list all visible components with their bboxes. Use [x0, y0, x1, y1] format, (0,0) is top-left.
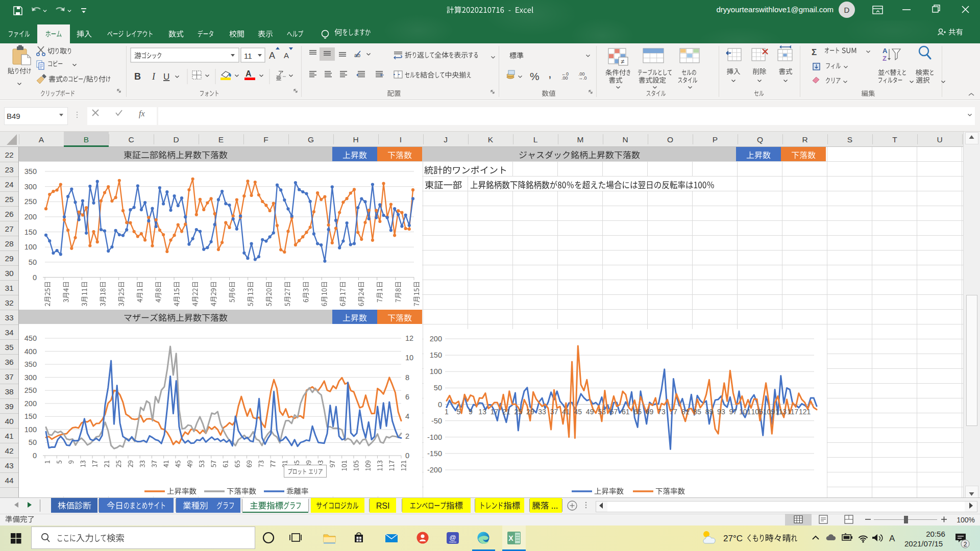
svg-text:89: 89 — [705, 408, 714, 416]
svg-text:6: 6 — [405, 393, 409, 401]
svg-text:-200: -200 — [427, 466, 442, 474]
svg-text:38: 38 — [5, 387, 13, 396]
svg-text:32: 32 — [5, 298, 13, 307]
svg-text:0: 0 — [33, 452, 37, 460]
svg-text:101: 101 — [739, 408, 751, 416]
svg-text:2: 2 — [964, 541, 967, 548]
svg-text:27: 27 — [5, 224, 13, 233]
svg-text:D: D — [173, 135, 179, 144]
svg-text:50: 50 — [29, 258, 37, 266]
svg-text:Σ: Σ — [812, 47, 817, 57]
svg-text:11: 11 — [244, 52, 252, 60]
svg-text:Q: Q — [757, 135, 763, 144]
svg-text:53: 53 — [598, 408, 606, 416]
svg-text:-150: -150 — [427, 449, 442, 458]
svg-text:13: 13 — [478, 408, 486, 416]
svg-text:menu: menu — [449, 540, 456, 543]
svg-text:93: 93 — [717, 408, 725, 416]
svg-text:K: K — [488, 135, 494, 144]
svg-text:C: C — [128, 135, 134, 144]
svg-text:350: 350 — [24, 360, 37, 368]
svg-text:10: 10 — [405, 354, 413, 362]
svg-text:.00: .00 — [561, 76, 568, 81]
svg-text:400: 400 — [24, 347, 37, 356]
svg-text:E: E — [218, 135, 224, 144]
svg-text:8: 8 — [405, 373, 409, 382]
svg-text:A: A — [246, 69, 252, 78]
svg-text:P: P — [713, 135, 718, 144]
svg-text:81: 81 — [681, 408, 690, 416]
svg-text:21: 21 — [502, 408, 510, 416]
svg-text:300: 300 — [24, 183, 37, 191]
svg-text:2: 2 — [405, 432, 409, 440]
svg-text:43: 43 — [5, 461, 13, 470]
svg-text:41: 41 — [562, 408, 570, 416]
svg-text:100%: 100% — [957, 516, 975, 524]
svg-text:49: 49 — [586, 408, 594, 416]
svg-text:300: 300 — [24, 373, 37, 382]
svg-text:33: 33 — [5, 313, 13, 322]
svg-text:0: 0 — [405, 452, 409, 460]
svg-text:450: 450 — [24, 334, 37, 342]
svg-text:26: 26 — [5, 210, 13, 218]
svg-text:29: 29 — [526, 408, 534, 416]
svg-text:37: 37 — [5, 372, 13, 381]
svg-text:150: 150 — [430, 351, 442, 359]
svg-text:B: B — [84, 135, 89, 144]
svg-text:RSI: RSI — [376, 502, 390, 510]
svg-text:73: 73 — [657, 408, 666, 416]
svg-text:105: 105 — [751, 408, 763, 416]
svg-text:34: 34 — [5, 328, 14, 337]
svg-text:20:56: 20:56 — [926, 530, 945, 538]
svg-text:27°C: 27°C — [723, 534, 743, 543]
svg-text:100: 100 — [24, 425, 37, 434]
svg-text:O: O — [667, 135, 673, 144]
svg-text:T: T — [892, 135, 897, 144]
svg-text:A: A — [269, 51, 275, 61]
svg-text:69: 69 — [646, 408, 654, 416]
svg-text:33: 33 — [538, 408, 546, 416]
svg-text:117: 117 — [787, 408, 799, 416]
svg-text:0: 0 — [33, 273, 37, 282]
svg-text:9: 9 — [469, 408, 473, 416]
svg-text:2021/07/15: 2021/07/15 — [904, 539, 943, 548]
svg-text:24: 24 — [5, 180, 14, 189]
svg-text:65: 65 — [633, 408, 642, 416]
svg-text:29: 29 — [5, 254, 13, 263]
svg-text:U: U — [163, 72, 169, 82]
svg-text:250: 250 — [24, 197, 37, 206]
svg-text:N: N — [622, 135, 628, 144]
svg-text:350: 350 — [24, 167, 37, 176]
svg-text:113: 113 — [775, 408, 787, 416]
svg-text:200: 200 — [430, 335, 442, 343]
svg-text:44: 44 — [5, 476, 14, 485]
svg-text:0: 0 — [438, 400, 442, 409]
svg-text:J: J — [444, 135, 448, 144]
svg-text:B49: B49 — [7, 112, 20, 120]
svg-text:31: 31 — [5, 284, 13, 292]
svg-text:F: F — [263, 135, 268, 144]
svg-text:50: 50 — [434, 384, 442, 392]
svg-text:H: H — [353, 135, 358, 144]
svg-text:≠: ≠ — [621, 58, 624, 65]
svg-text:I: I — [400, 135, 402, 144]
svg-text:200: 200 — [24, 213, 37, 221]
svg-text:R: R — [802, 135, 807, 144]
svg-text:22: 22 — [5, 151, 13, 159]
svg-text:23: 23 — [5, 165, 13, 174]
svg-text:35: 35 — [5, 343, 13, 352]
svg-text:A: A — [284, 51, 289, 60]
svg-text:Z: Z — [883, 55, 887, 62]
svg-text:39: 39 — [5, 402, 13, 411]
svg-text:5: 5 — [456, 408, 460, 416]
svg-text:40: 40 — [5, 417, 14, 425]
svg-text:D: D — [844, 6, 850, 14]
svg-text:77: 77 — [670, 408, 678, 416]
svg-text:100: 100 — [24, 243, 37, 251]
svg-text:50: 50 — [29, 438, 37, 446]
svg-text:42: 42 — [5, 446, 13, 455]
svg-text:45: 45 — [574, 408, 582, 416]
svg-text:G: G — [308, 135, 314, 144]
svg-text:30: 30 — [5, 269, 14, 278]
svg-text:M: M — [577, 135, 584, 144]
